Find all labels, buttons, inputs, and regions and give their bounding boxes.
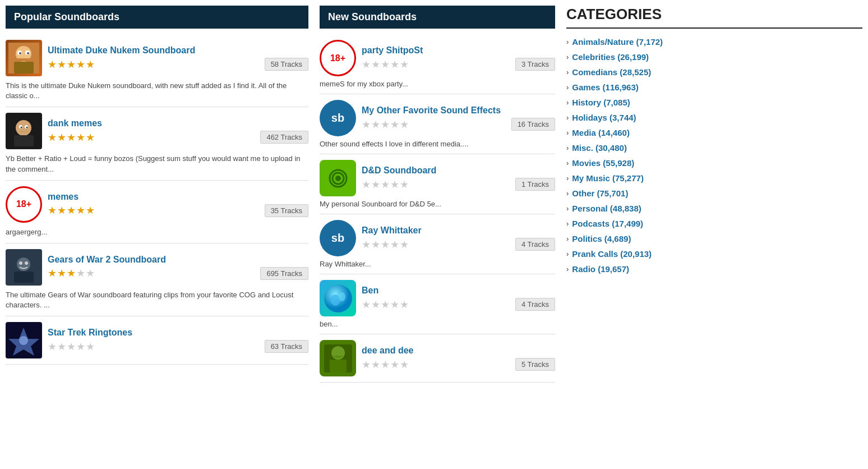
- soundboard-meta: dank memes ★ ★ ★ ★ ★ 462 Tracks: [48, 118, 308, 144]
- soundboard-link[interactable]: Ultimate Duke Nukem Soundboard: [48, 45, 308, 56]
- category-link[interactable]: History (7,085): [572, 98, 630, 107]
- list-item: Star Trek Ringtones ★ ★ ★ ★ ★ 63 Tracks: [6, 316, 308, 365]
- category-item[interactable]: › Celebrities (26,199): [566, 49, 862, 65]
- category-item[interactable]: › Holidays (3,744): [566, 110, 862, 125]
- track-count: 58 Tracks: [265, 58, 308, 71]
- new-section: New Soundboards 18+ party ShitpoSt ★ ★ ★…: [320, 6, 555, 383]
- category-item[interactable]: › Games (116,963): [566, 80, 862, 95]
- soundboard-top: Gears of War 2 Soundboard ★ ★ ★ ★ ★ 695 …: [6, 249, 308, 286]
- star-1: ★: [48, 204, 57, 217]
- chevron-right-icon: ›: [566, 204, 569, 213]
- category-link[interactable]: Movies (55,928): [572, 158, 634, 168]
- star-5: ★: [86, 267, 95, 279]
- svg-rect-18: [14, 272, 34, 283]
- meta-row: ★ ★ ★ ★ ★ 4 Tracks: [362, 298, 555, 311]
- star-4: ★: [76, 204, 85, 217]
- soundboard-description: Other sound effects I love in different …: [320, 140, 555, 148]
- list-item: sb My Other Favorite Sound Effects ★ ★ ★…: [320, 94, 555, 154]
- svg-point-6: [27, 52, 29, 54]
- track-count: 4 Tracks: [515, 238, 555, 251]
- category-link[interactable]: Radio (19,657): [572, 264, 629, 274]
- category-item[interactable]: › Other (75,701): [566, 186, 862, 201]
- category-item[interactable]: › Prank Calls (20,913): [566, 246, 862, 261]
- soundboard-link[interactable]: memes: [48, 192, 308, 202]
- soundboard-description: My personal Sounboard for D&D 5e...: [320, 200, 555, 208]
- category-link[interactable]: Media (14,460): [572, 128, 630, 137]
- star-4: ★: [76, 131, 85, 144]
- main-container: Popular Soundboards: [0, 0, 868, 388]
- category-item[interactable]: › Radio (19,657): [566, 261, 862, 277]
- new-item-top: 18+ party ShitpoSt ★ ★ ★ ★ ★ 3 Tracks: [320, 40, 555, 76]
- category-item[interactable]: › Animals/Nature (7,172): [566, 34, 862, 49]
- soundboard-description: argaergerg...: [6, 227, 308, 237]
- star-4: ★: [76, 341, 85, 353]
- svg-point-23: [19, 336, 28, 345]
- list-item: dank memes ★ ★ ★ ★ ★ 462 Tracks Yb Bette…: [6, 107, 308, 180]
- category-link[interactable]: Personal (48,838): [572, 204, 641, 213]
- category-link[interactable]: My Music (75,277): [572, 173, 644, 183]
- svg-point-14: [26, 127, 28, 128]
- category-link[interactable]: Podcasts (17,499): [572, 219, 643, 228]
- category-item[interactable]: › Podcasts (17,499): [566, 216, 862, 231]
- category-link[interactable]: Animals/Nature (7,172): [572, 37, 663, 47]
- star-3: ★: [67, 58, 76, 71]
- star-5: ★: [86, 341, 95, 353]
- sb-icon-text: sb: [331, 112, 344, 125]
- meta-row: ★ ★ ★ ★ ★ 695 Tracks: [48, 267, 308, 280]
- category-item[interactable]: › Personal (48,838): [566, 201, 862, 216]
- star-rating: ★ ★ ★ ★ ★: [48, 204, 95, 217]
- category-item[interactable]: › History (7,085): [566, 95, 862, 110]
- list-item: sb Ray Whittaker ★ ★ ★ ★ ★ 4 Tracks: [320, 214, 555, 274]
- category-item[interactable]: › Misc. (30,480): [566, 140, 862, 155]
- category-link[interactable]: Games (116,963): [572, 82, 638, 92]
- category-link[interactable]: Prank Calls (20,913): [572, 249, 652, 259]
- category-item[interactable]: › My Music (75,277): [566, 171, 862, 186]
- popular-header-text: Popular Soundboards: [14, 11, 119, 22]
- category-item[interactable]: › Movies (55,928): [566, 155, 862, 171]
- soundboard-link[interactable]: Ben: [362, 286, 555, 296]
- soundboard-link[interactable]: Gears of War 2 Soundboard: [48, 255, 308, 265]
- soundboard-meta: Ray Whittaker ★ ★ ★ ★ ★ 4 Tracks: [362, 226, 555, 251]
- soundboard-link[interactable]: My Other Favorite Sound Effects: [362, 105, 555, 116]
- soundboard-link[interactable]: dank memes: [48, 118, 308, 128]
- soundboard-link[interactable]: D&D Soundboard: [362, 165, 555, 176]
- meta-row: ★ ★ ★ ★ ★ 3 Tracks: [362, 58, 555, 71]
- soundboard-meta: dee and dee ★ ★ ★ ★ ★ 5 Tracks: [362, 346, 555, 371]
- category-link[interactable]: Other (75,701): [572, 188, 628, 198]
- soundboard-meta: Star Trek Ringtones ★ ★ ★ ★ ★ 63 Tracks: [48, 328, 308, 353]
- meta-row: ★ ★ ★ ★ ★ 4 Tracks: [362, 238, 555, 251]
- category-link[interactable]: Holidays (3,744): [572, 113, 636, 122]
- soundboard-link[interactable]: Ray Whittaker: [362, 226, 555, 236]
- category-link[interactable]: Celebrities (26,199): [572, 52, 649, 62]
- soundboard-link[interactable]: Star Trek Ringtones: [48, 328, 308, 338]
- svg-rect-2: [14, 62, 34, 73]
- soundboard-link[interactable]: dee and dee: [362, 346, 555, 356]
- list-item: D&D Soundboard ★ ★ ★ ★ ★ 1 Tracks My per…: [320, 154, 555, 214]
- star-5: ★: [86, 58, 95, 71]
- svg-point-26: [331, 295, 340, 306]
- category-item[interactable]: › Politics (4,689): [566, 231, 862, 246]
- star-3: ★: [67, 204, 76, 217]
- svg-point-5: [19, 52, 21, 54]
- chevron-right-icon: ›: [566, 83, 569, 91]
- category-item[interactable]: › Media (14,460): [566, 125, 862, 140]
- category-item[interactable]: › Comedians (28,525): [566, 65, 862, 80]
- new-item-top: sb My Other Favorite Sound Effects ★ ★ ★…: [320, 100, 555, 136]
- star-3: ★: [67, 267, 76, 279]
- avatar: 18+: [320, 40, 356, 76]
- chevron-right-icon: ›: [566, 265, 569, 273]
- soundboard-top: Ultimate Duke Nukem Soundboard ★ ★ ★ ★ ★…: [6, 40, 308, 76]
- avatar: [320, 160, 356, 196]
- category-link[interactable]: Comedians (28,525): [572, 67, 651, 77]
- soundboard-link[interactable]: party ShitpoSt: [362, 45, 555, 56]
- category-link[interactable]: Politics (4,689): [572, 234, 631, 243]
- list-item: 18+ memes ★ ★ ★ ★ ★ 35 Tracks: [6, 181, 308, 243]
- star-2: ★: [57, 204, 66, 217]
- list-item: Ben ★ ★ ★ ★ ★ 4 Tracks ben...: [320, 274, 555, 334]
- meta-row: ★ ★ ★ ★ ★ 1 Tracks: [362, 178, 555, 191]
- soundboard-meta: Ultimate Duke Nukem Soundboard ★ ★ ★ ★ ★…: [48, 45, 308, 71]
- category-link[interactable]: Misc. (30,480): [572, 143, 627, 153]
- meta-row: ★ ★ ★ ★ ★ 462 Tracks: [48, 131, 308, 144]
- star-2: ★: [57, 131, 66, 144]
- star-1: ★: [48, 267, 57, 279]
